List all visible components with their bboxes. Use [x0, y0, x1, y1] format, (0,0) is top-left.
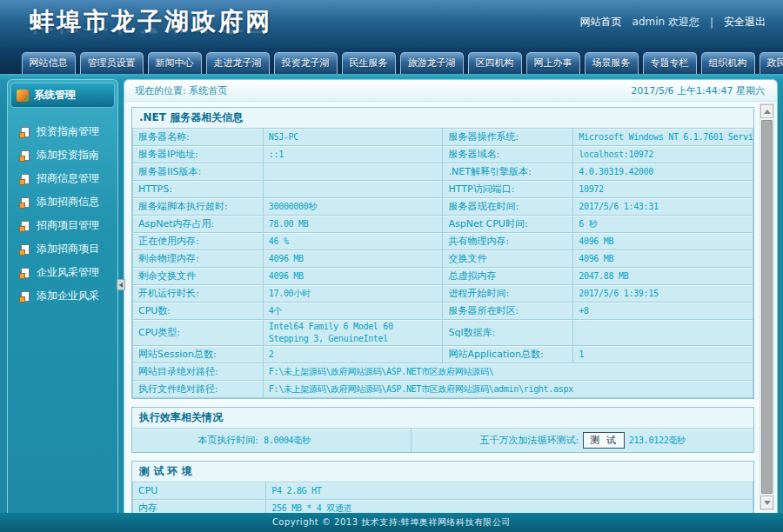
info-label: AspNet内存占用: [133, 216, 264, 233]
info-label: 服务器操作系统: [443, 129, 573, 146]
info-label: 服务器IP地址: [133, 146, 264, 163]
document-icon [21, 127, 30, 137]
sidebar-item-7[interactable]: 企业风采管理 [19, 261, 113, 284]
sidebar-item-label: 添加投资指南 [37, 148, 99, 163]
performance-title: 执行效率相关情况 [132, 408, 753, 428]
sidebar-item-label: 招商项目管理 [37, 218, 99, 233]
page: 蚌埠市龙子湖政府网 蚌埠市龙子湖政府网 网站首页 admin 欢迎您 | 安全退… [0, 0, 783, 532]
info-label: 服务器所在时区: [443, 303, 573, 320]
vertical-scrollbar[interactable] [760, 103, 774, 510]
sidebar-item-6[interactable]: 添加招商项目 [19, 237, 113, 261]
info-label: 网站Session总数: [133, 346, 264, 363]
breadcrumb-bar: 现在的位置: 系统首页 2017/5/6 上午1:44:47 星期六 [124, 80, 777, 102]
table-row: CPU类型:Intel64 Family 6 Model 60 Stepping… [133, 320, 753, 346]
sidebar-menu: 投资指南管理添加投资指南招商信息管理添加招商信息招商项目管理添加招商项目企业风采… [10, 108, 115, 308]
sidebar-title: 系统管理 [34, 88, 76, 103]
page-time-value: 8.0004毫秒 [264, 435, 311, 447]
info-value: +8 [573, 303, 753, 320]
sidebar-collapse-handle[interactable] [117, 279, 125, 290]
nav-tab-7[interactable]: 旅游龙子湖 [400, 52, 464, 74]
table-row: 正在使用内存:46 %共有物理内存:4096 MB [133, 233, 753, 250]
nav-tab-1[interactable]: 网站信息 [22, 52, 76, 74]
scroll-up-icon[interactable] [760, 104, 773, 118]
table-row: AspNet内存占用:78.00 MBAspNet CPU时间:6 秒 [133, 216, 753, 233]
sidebar-item-1[interactable]: 投资指南管理 [19, 120, 113, 143]
env-label: CPU [133, 482, 266, 500]
test-env-section: 测 试 环 境 CPUP4 2.8G HT内存256 MB * 4 双通道环境W… [131, 461, 754, 513]
document-icon [21, 268, 30, 278]
info-label: 开机运行时长: [133, 285, 264, 303]
info-label: 总虚拟内存 [443, 268, 573, 285]
info-value: 6 秒 [573, 216, 753, 233]
info-label: 剩余交换文件 [133, 268, 264, 285]
table-row: 服务器IIS版本:.NET解释引擎版本:4.0.30319.42000 [133, 163, 753, 181]
scroll-region: .NET 服务器相关信息 服务器名称:NSJ-PC服务器操作系统:Microso… [124, 102, 777, 513]
document-icon [21, 174, 30, 184]
info-label: 进程开始时间: [443, 285, 573, 303]
top-links: 网站首页 admin 欢迎您 | 安全退出 [580, 15, 766, 30]
breadcrumb: 现在的位置: 系统首页 [135, 84, 227, 97]
scroll-down-icon[interactable] [760, 495, 773, 509]
nav-tab-9[interactable]: 网上办事 [526, 52, 580, 74]
info-value: 2017/5/6 1:43:31 [573, 198, 753, 216]
sidebar-item-2[interactable]: 添加投资指南 [19, 143, 113, 167]
test-button[interactable]: 测 试 [583, 432, 625, 449]
table-row: 服务器名称:NSJ-PC服务器操作系统:Microsoft Windows NT… [133, 129, 753, 146]
body: 系统管理 投资指南管理添加投资指南招商信息管理添加招商信息招商项目管理添加招商项… [0, 74, 783, 513]
info-value: 4096 MB [263, 250, 443, 268]
info-value: F:\未上架源码\政府网站源码\ASP.NET市区政府网站源码\ [263, 363, 753, 381]
info-value: 4096 MB [573, 233, 753, 250]
info-value: Intel64 Family 6 Model 60 Stepping 3, Ge… [263, 320, 443, 346]
server-info-table: 服务器名称:NSJ-PC服务器操作系统:Microsoft Windows NT… [132, 128, 753, 398]
nav-tab-8[interactable]: 区四机构 [468, 52, 522, 74]
info-label: .NET解释引擎版本: [443, 163, 573, 181]
nav-tab-2[interactable]: 管理员设置 [80, 52, 144, 74]
server-info-title: .NET 服务器相关信息 [132, 108, 753, 128]
nav-tab-4[interactable]: 走进龙子湖 [206, 52, 270, 74]
sidebar-item-4[interactable]: 添加招商信息 [19, 190, 113, 214]
info-label: 剩余物理内存: [133, 250, 264, 268]
performance-section: 执行效率相关情况 本页执行时间: 8.0004毫秒 五千万次加法循环测试: 测 … [131, 407, 754, 453]
site-header: 蚌埠市龙子湖政府网 蚌埠市龙子湖政府网 网站首页 admin 欢迎您 | 安全退… [0, 0, 783, 48]
sidebar-item-5[interactable]: 招商项目管理 [19, 214, 113, 237]
table-row: 服务器IP地址:::1服务器域名:localhost:10972 [133, 146, 753, 163]
table-row: 内存256 MB * 4 双通道 [133, 500, 753, 514]
performance-row: 本页执行时间: 8.0004毫秒 五千万次加法循环测试: 测 试 213.012… [132, 428, 753, 452]
sidebar-item-label: 添加招商信息 [37, 195, 99, 209]
info-label: 服务器名称: [133, 129, 264, 146]
content-panel: 现在的位置: 系统首页 2017/5/6 上午1:44:47 星期六 .NET … [124, 79, 778, 513]
info-value: 78.00 MB [263, 216, 443, 233]
sidebar-header: 系统管理 [10, 83, 115, 108]
nav-tab-5[interactable]: 投资龙子湖 [274, 52, 338, 74]
scrollbar-thumb[interactable] [761, 120, 773, 494]
info-label: 执行文件绝对路径: [133, 381, 264, 398]
table-row: 剩余物理内存:4096 MB交换文件4096 MB [133, 250, 753, 268]
nav-tab-6[interactable]: 民生服务 [342, 52, 396, 74]
page-time-cell: 本页执行时间: 8.0004毫秒 [132, 429, 412, 452]
site-title: 蚌埠市龙子湖政府网 [30, 5, 272, 38]
sidebar-item-3[interactable]: 招商信息管理 [19, 167, 113, 190]
home-link[interactable]: 网站首页 [580, 15, 622, 30]
document-icon [21, 244, 30, 255]
test-env-table: CPUP4 2.8G HT内存256 MB * 4 双通道环境Win 2003 … [132, 482, 753, 513]
info-value: 1 [573, 346, 753, 363]
info-value: ::1 [263, 146, 443, 163]
info-label: HTTP访问端口: [443, 181, 573, 198]
logout-link[interactable]: 安全退出 [724, 15, 766, 30]
nav-tab-13[interactable]: 政民互动 [760, 52, 783, 74]
document-icon [21, 221, 30, 231]
nav-tab-12[interactable]: 组织机构 [701, 52, 755, 74]
info-value: 17.00小时 [263, 285, 443, 303]
info-label: 服务器现在时间: [443, 198, 573, 216]
sidebar-item-8[interactable]: 添加企业风采 [19, 284, 113, 308]
datetime-text: 2017/5/6 上午1:44:47 星期六 [631, 84, 765, 97]
document-icon [21, 197, 30, 208]
nav-tab-11[interactable]: 专题专栏 [643, 52, 697, 74]
table-row: CPUP4 2.8G HT [133, 482, 753, 500]
copyright-text: Copyright © 2013 技术支持:蚌埠奥祥网络科技有限公司 [272, 516, 511, 529]
sidebar-item-label: 投资指南管理 [37, 124, 99, 139]
nav-tab-3[interactable]: 新闻中心 [148, 52, 202, 74]
document-icon [21, 291, 30, 302]
nav-tab-10[interactable]: 场景服务 [585, 52, 639, 74]
info-value: 4个 [263, 303, 443, 320]
